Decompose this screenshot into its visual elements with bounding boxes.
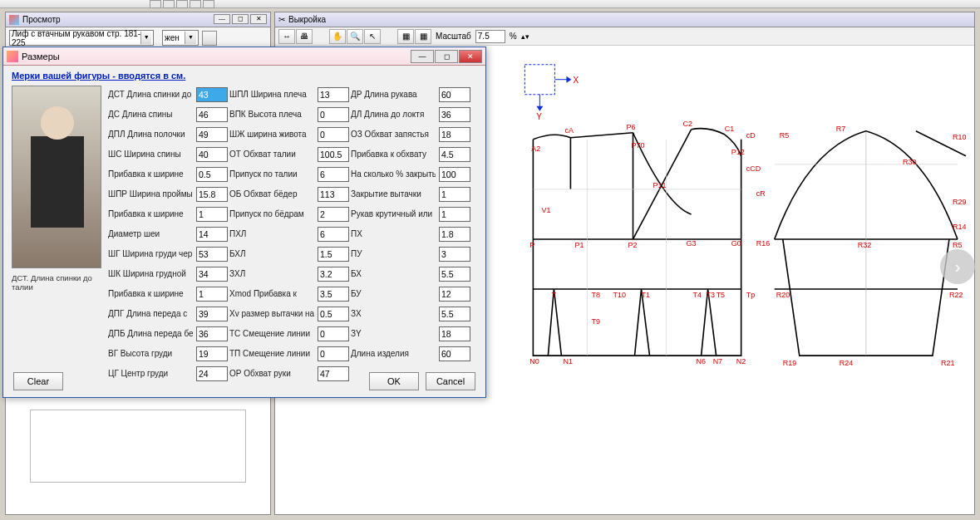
measure-input[interactable] (318, 187, 349, 202)
chevron-down-icon: ▼ (140, 32, 151, 44)
measure-input[interactable] (196, 167, 228, 182)
measure-label: Рукав крутичный или (351, 209, 436, 218)
tool-lr-icon[interactable]: ↔ (278, 29, 295, 44)
tool-print-icon[interactable]: 🖶 (296, 29, 313, 44)
measure-input[interactable] (439, 267, 470, 282)
preview-panel-icon (9, 15, 19, 25)
svg-text:T5: T5 (717, 291, 726, 299)
toolbar-button[interactable] (150, 0, 161, 8)
scale-input[interactable] (475, 30, 505, 43)
measure-input[interactable] (318, 267, 349, 282)
measure-label: ПУ (351, 249, 436, 258)
ok-button[interactable]: OK (369, 372, 419, 390)
help-link[interactable]: Мерки вашей фигуры - вводятся в см. (12, 71, 477, 81)
measure-input[interactable] (318, 127, 349, 142)
scale-spinner-icon[interactable]: ▴▾ (521, 32, 529, 41)
measure-input[interactable] (318, 167, 349, 182)
panel-close-icon[interactable]: ✕ (250, 14, 267, 24)
measure-input[interactable] (439, 346, 470, 361)
measure-input[interactable] (439, 326, 470, 341)
measure-input[interactable] (196, 326, 228, 341)
panel-min-icon[interactable]: — (214, 14, 230, 24)
measure-input[interactable] (318, 227, 349, 242)
pattern-panel-title: Выкройка (288, 15, 326, 24)
measure-input[interactable] (318, 207, 349, 222)
measure-input[interactable] (318, 307, 349, 321)
measure-row: ПХЛ (229, 225, 349, 243)
measure-row: Прибавка к ширине (108, 165, 228, 183)
measure-input[interactable] (318, 366, 349, 381)
measure-input[interactable] (196, 247, 228, 262)
measure-input[interactable] (196, 87, 228, 102)
measure-row: ДПГ Длина переда с (108, 305, 228, 322)
measure-input[interactable] (318, 107, 349, 122)
svg-text:P1: P1 (574, 241, 584, 249)
measure-input[interactable] (439, 87, 470, 102)
measure-label: TC Смещение линии (229, 329, 314, 338)
measure-input[interactable] (318, 326, 349, 341)
measure-input[interactable] (318, 247, 349, 262)
dialog-max-button[interactable]: ◻ (435, 50, 458, 63)
svg-text:C1: C1 (725, 125, 735, 133)
measure-label: ШК Ширина грудной (108, 269, 193, 278)
dialog-min-button[interactable]: — (411, 50, 434, 63)
measure-label: ШС Ширина спины (108, 150, 193, 159)
measure-input[interactable] (318, 147, 349, 162)
next-arrow-button[interactable]: › (940, 249, 975, 284)
measure-label: ОР Обхват руки (229, 369, 314, 378)
measure-input[interactable] (196, 267, 228, 282)
measure-row: TП Смещение линии (229, 345, 349, 362)
measure-input[interactable] (196, 227, 228, 242)
tool-pointer-icon[interactable]: ↖ (364, 29, 381, 44)
measure-input[interactable] (318, 346, 349, 361)
measure-input[interactable] (439, 287, 470, 302)
svg-text:R10: R10 (953, 133, 967, 141)
measure-input[interactable] (318, 287, 349, 302)
dialog-close-button[interactable]: ✕ (459, 50, 482, 63)
dialog-title: Размеры (22, 52, 60, 61)
measure-row: Рукав крутичный или (351, 205, 470, 223)
measure-input[interactable] (439, 127, 470, 142)
measure-input[interactable] (439, 307, 470, 321)
measure-input[interactable] (439, 167, 470, 182)
toolbar-button[interactable] (190, 0, 201, 8)
measure-row: ДС Длина спины (108, 105, 228, 123)
measure-label: ОБ Обхват бёдер (229, 189, 314, 199)
toolbar-button[interactable] (176, 0, 188, 8)
measure-input[interactable] (196, 107, 228, 122)
tool-grid2-icon[interactable]: ▦ (415, 29, 431, 44)
measure-row: TC Смещение линии (229, 325, 349, 342)
measure-input[interactable] (439, 187, 470, 202)
measure-input[interactable] (196, 366, 228, 381)
clear-button[interactable]: Clear (13, 372, 63, 390)
tool-grid-icon[interactable]: ▦ (397, 29, 414, 44)
tool-hand-icon[interactable]: ✋ (329, 29, 346, 44)
measure-input[interactable] (439, 147, 470, 162)
measure-input[interactable] (196, 287, 228, 302)
measure-input[interactable] (439, 107, 470, 122)
tool-zoom-icon[interactable]: 🔍 (347, 29, 363, 44)
measure-input[interactable] (196, 187, 228, 202)
svg-text:R24: R24 (840, 359, 854, 367)
measure-label: ОЗ Обхват запястья (351, 130, 436, 139)
cancel-button[interactable]: Cancel (426, 372, 475, 390)
measure-input[interactable] (196, 147, 228, 162)
measure-input[interactable] (439, 207, 470, 222)
measure-label: ЗХЛ (229, 269, 314, 278)
measure-row: ШПЛ Ширина плеча (229, 86, 349, 103)
panel-max-icon[interactable]: ◻ (232, 14, 249, 24)
measure-input[interactable] (196, 346, 228, 361)
go-button[interactable] (202, 31, 217, 46)
measure-input[interactable] (196, 127, 228, 142)
model-select[interactable]: Лиф с втачным рукавом стр. 181-225 ▼ (9, 30, 154, 46)
toolbar-button[interactable] (163, 0, 175, 8)
toolbar-button[interactable] (203, 0, 214, 8)
measure-label: Диаметр шеи (108, 229, 193, 238)
measure-input[interactable] (196, 207, 228, 222)
gender-select[interactable]: жен ▼ (162, 30, 199, 46)
measure-input[interactable] (439, 247, 470, 262)
preview-page-thumb[interactable] (30, 410, 246, 483)
measure-input[interactable] (318, 87, 349, 102)
measure-input[interactable] (439, 227, 470, 242)
measure-input[interactable] (196, 307, 228, 321)
